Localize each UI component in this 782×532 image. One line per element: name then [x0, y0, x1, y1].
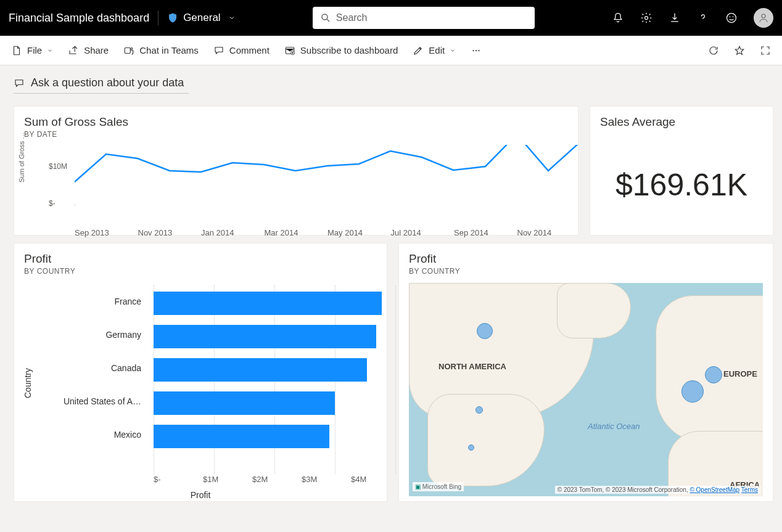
map-bubble-mexico[interactable]	[468, 444, 474, 451]
bar	[154, 292, 382, 315]
shield-icon	[167, 12, 178, 24]
edit-label: Edit	[429, 45, 445, 55]
map-bubble-germany[interactable]	[705, 366, 722, 383]
map-label-eu: EUROPE	[723, 369, 757, 379]
svg-point-3	[727, 14, 736, 23]
header-actions	[612, 8, 773, 28]
bar-chart: Country France Germany Canada United Sta…	[24, 285, 377, 501]
bar-category: Mexico	[24, 430, 147, 440]
search-input[interactable]	[336, 12, 527, 23]
tile-subtitle: BY COUNTRY	[24, 267, 377, 276]
sensitivity-text: General	[183, 12, 220, 24]
y-tick: $-	[49, 199, 56, 208]
qna-input[interactable]: Ask a question about your data	[14, 74, 189, 94]
tile-title: Sum of Gross Sales	[24, 115, 568, 129]
tile-title: Sales Average	[600, 115, 763, 129]
download-icon[interactable]	[669, 12, 681, 24]
svg-point-8	[131, 47, 133, 49]
svg-line-1	[327, 19, 329, 22]
more-options[interactable]	[471, 45, 482, 56]
tile-profit-map[interactable]: Profit BY COUNTRY NORTH AMERICA EUROPE A…	[398, 243, 773, 502]
x-tick: Jan 2014	[201, 228, 265, 237]
subscribe-button[interactable]: Subscribe to dashboard	[284, 45, 398, 56]
file-menu[interactable]: File	[11, 45, 53, 56]
map-attribution: © 2023 TomTom, © 2023 Microsoft Corporat…	[555, 486, 760, 494]
map-label-na: NORTH AMERICA	[438, 362, 506, 371]
settings-icon[interactable]	[640, 12, 652, 24]
y-tick: $10M	[49, 162, 67, 171]
map-bubble-canada[interactable]	[477, 323, 493, 339]
svg-point-12	[475, 49, 477, 51]
map-visual[interactable]: NORTH AMERICA EUROPE AFRICA Atlantic Oce…	[409, 283, 763, 496]
edit-icon	[413, 45, 424, 56]
tile-profit-bar[interactable]: Profit BY COUNTRY Country France Germany…	[14, 243, 387, 502]
dashboard-row-1: Sum of Gross Sales BY DATE Sum of Gross …	[0, 99, 782, 243]
x-tick: $2M	[252, 475, 302, 484]
bar-category: Germany	[24, 330, 147, 340]
bar	[154, 358, 367, 382]
refresh-button[interactable]	[708, 45, 719, 56]
command-bar: File Share Chat in Teams Comment Subscri…	[0, 36, 782, 65]
share-button[interactable]: Share	[68, 45, 109, 56]
x-axis-label: Profit	[191, 490, 211, 500]
line-path	[75, 145, 580, 213]
search-icon	[320, 12, 331, 23]
account-avatar[interactable]	[754, 8, 773, 28]
share-label: Share	[84, 45, 109, 55]
chat-teams-button[interactable]: Chat in Teams	[123, 45, 199, 56]
comment-icon	[213, 45, 224, 56]
divider	[158, 10, 158, 25]
svg-point-2	[645, 17, 648, 20]
x-ticks: $- $1M $2M $3M $4M	[154, 475, 400, 484]
edit-menu[interactable]: Edit	[413, 45, 456, 56]
terms-link[interactable]: Terms	[741, 486, 758, 493]
tile-title: Profit	[409, 252, 763, 266]
x-tick: Nov 2013	[138, 228, 202, 237]
chevron-down-icon	[228, 14, 236, 22]
app-header: Financial Sample dashboard General	[0, 0, 782, 36]
x-ticks: Sep 2013 Nov 2013 Jan 2014 Mar 2014 May …	[75, 228, 580, 237]
x-tick: Nov 2014	[517, 228, 581, 237]
svg-rect-7	[125, 47, 130, 53]
svg-point-11	[473, 49, 474, 51]
svg-point-6	[762, 14, 765, 18]
search-wrap	[244, 7, 603, 29]
fullscreen-icon	[760, 45, 771, 56]
x-tick: $4M	[351, 475, 400, 484]
map-land	[557, 283, 631, 338]
dashboard-row-2: Profit BY COUNTRY Country France Germany…	[0, 243, 782, 502]
x-tick: Jul 2014	[391, 228, 455, 237]
teams-icon	[123, 45, 134, 56]
command-bar-right	[708, 45, 771, 56]
tile-gross-sales-line[interactable]: Sum of Gross Sales BY DATE Sum of Gross …	[14, 106, 578, 235]
search-box[interactable]	[313, 7, 535, 29]
comment-button[interactable]: Comment	[213, 45, 270, 56]
more-icon	[471, 45, 482, 56]
map-bubble-usa[interactable]	[475, 406, 483, 414]
x-tick: Mar 2014	[265, 228, 328, 237]
help-icon[interactable]	[697, 12, 709, 24]
osm-link[interactable]: © OpenStreetMap	[689, 486, 739, 493]
file-icon	[11, 45, 22, 56]
subscribe-icon	[284, 45, 295, 56]
bar-category: France	[24, 297, 147, 306]
subscribe-label: Subscribe to dashboard	[300, 45, 398, 55]
sensitivity-label[interactable]: General	[167, 12, 235, 24]
kpi-value: $169.61K	[600, 129, 763, 203]
x-tick: Sep 2014	[454, 228, 517, 237]
comment-label: Comment	[229, 45, 270, 55]
map-label-ocean: Atlantic Ocean	[588, 422, 640, 431]
map-bubble-france[interactable]	[681, 380, 704, 403]
fullscreen-button[interactable]	[760, 45, 771, 56]
bing-logo: ▣ Microsoft Bing	[413, 482, 464, 491]
notifications-icon[interactable]	[612, 12, 624, 24]
favorite-button[interactable]	[734, 45, 745, 56]
bar	[154, 391, 335, 415]
chat-bubble-icon	[14, 78, 25, 89]
x-tick: $1M	[203, 475, 252, 484]
qna-prompt-text: Ask a question about your data	[31, 76, 184, 89]
feedback-icon[interactable]	[725, 12, 738, 24]
svg-point-13	[479, 49, 480, 51]
tile-subtitle: BY COUNTRY	[409, 267, 763, 276]
tile-sales-average[interactable]: Sales Average $169.61K	[590, 106, 773, 235]
